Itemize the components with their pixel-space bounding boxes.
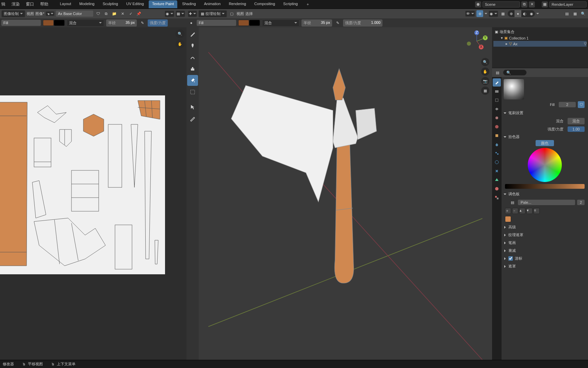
color-wheel[interactable] bbox=[528, 148, 562, 182]
tool-fill[interactable] bbox=[187, 75, 198, 86]
viewport-icon[interactable]: ▢ bbox=[228, 10, 235, 17]
palette-swatch-0[interactable] bbox=[505, 216, 511, 222]
tab-texture-paint[interactable]: Texture Paint bbox=[149, 0, 177, 8]
scene-name-input[interactable] bbox=[483, 1, 520, 7]
value-slider[interactable] bbox=[505, 184, 585, 189]
overlay-dropdown[interactable]: ◉ bbox=[489, 11, 498, 17]
ptab-material[interactable] bbox=[493, 185, 501, 193]
ptab-texture[interactable] bbox=[493, 194, 501, 202]
image-editor-mode[interactable]: 图像绘制 bbox=[1, 10, 25, 17]
mode-selector[interactable]: ✚ bbox=[188, 11, 197, 17]
pan-icon[interactable]: ✋ bbox=[176, 40, 184, 48]
mask-dropdown[interactable]: ◉ bbox=[165, 11, 174, 17]
blend-mode-left[interactable]: 混合 bbox=[67, 19, 104, 27]
pressure-radius-right-icon[interactable]: ✎ bbox=[334, 19, 341, 26]
outliner-display-icon[interactable]: ▦ bbox=[572, 10, 578, 17]
tool-soften[interactable] bbox=[187, 40, 198, 51]
ptab-tool[interactable] bbox=[493, 78, 501, 87]
secondary-color-swatch[interactable] bbox=[54, 20, 65, 26]
ptab-viewlayer[interactable] bbox=[493, 105, 501, 113]
render-layer-input[interactable] bbox=[549, 1, 587, 7]
open-image-icon[interactable]: 📁 bbox=[111, 10, 118, 17]
radius-field-left[interactable]: 半径35 px bbox=[106, 19, 137, 27]
primary-color-swatch[interactable] bbox=[43, 20, 54, 26]
interaction-mode[interactable]: ▦ 纹理绘制 bbox=[198, 10, 227, 17]
save-image-icon[interactable]: ✓ bbox=[127, 10, 134, 17]
tab-shading[interactable]: Shading bbox=[179, 0, 199, 8]
ptab-scene[interactable] bbox=[493, 114, 501, 122]
tab-modeling[interactable]: Modeling bbox=[76, 0, 98, 8]
menu-edit[interactable]: 辑 bbox=[1, 1, 5, 7]
cursor-checkbox[interactable] bbox=[508, 256, 513, 261]
rendered-shading[interactable]: ◉ bbox=[528, 10, 535, 17]
ptab-render[interactable] bbox=[493, 87, 501, 95]
navigation-gizmo[interactable]: Y X Z bbox=[465, 29, 489, 53]
ptab-mesh[interactable] bbox=[493, 176, 501, 184]
strength-field-right[interactable]: 强度/力度1.000 bbox=[343, 19, 382, 27]
blend-mode-right[interactable]: 混合 bbox=[262, 19, 299, 27]
ptab-particles[interactable] bbox=[493, 149, 501, 157]
menu-help[interactable]: 帮助 bbox=[40, 1, 48, 7]
material-shading[interactable]: ◐ bbox=[521, 10, 528, 17]
brush-name-left[interactable] bbox=[1, 20, 41, 26]
tool-clone[interactable] bbox=[187, 63, 198, 74]
uv-canvas[interactable] bbox=[0, 27, 186, 300]
add-workspace-button[interactable]: ＋ bbox=[303, 0, 313, 8]
tool-draw[interactable] bbox=[187, 29, 198, 40]
collection-label[interactable]: Collection 1 bbox=[509, 36, 528, 40]
brush-name-right[interactable] bbox=[197, 20, 236, 26]
fake-user-icon[interactable]: 🛡 bbox=[95, 10, 101, 17]
primary-color-right[interactable] bbox=[238, 20, 249, 26]
img-menu-image[interactable]: 图像* bbox=[35, 11, 44, 16]
palette-up[interactable]: ▴ bbox=[519, 208, 525, 214]
perspective-icon[interactable]: ▦ bbox=[481, 87, 489, 95]
blend-value[interactable]: 混合 bbox=[568, 118, 585, 124]
tab-layout[interactable]: Layout bbox=[56, 0, 75, 8]
color-button[interactable]: 颜色 bbox=[536, 140, 554, 146]
palette-icon[interactable]: ▤ bbox=[509, 199, 516, 206]
tab-sculpting[interactable]: Sculpting bbox=[99, 0, 121, 8]
solid-shading[interactable]: ● bbox=[514, 10, 521, 17]
outliner[interactable]: ▣场景集合 ▾ ▣ Collection 1 ▸ ▽ Ax▽ bbox=[492, 27, 588, 68]
scene-copy-icon[interactable]: ⧉ bbox=[521, 1, 527, 7]
image-slot-dropdown[interactable] bbox=[46, 11, 54, 16]
new-image-icon[interactable]: ⧉ bbox=[103, 10, 110, 17]
panel-advanced[interactable]: 高级 bbox=[503, 223, 587, 231]
ptab-object[interactable] bbox=[493, 132, 501, 140]
palette-name[interactable]: Pale... bbox=[518, 200, 575, 205]
panel-texture-mask[interactable]: 纹理遮罩 bbox=[503, 231, 587, 239]
pressure-radius-icon[interactable]: ✎ bbox=[139, 19, 146, 26]
ptab-modifier[interactable] bbox=[493, 140, 501, 149]
panel-falloff[interactable]: 衰减 bbox=[503, 247, 587, 255]
image-editor[interactable]: 🔍 ✋ bbox=[0, 27, 186, 360]
ptab-output[interactable] bbox=[493, 96, 501, 104]
view-menu[interactable]: 视图 bbox=[236, 11, 244, 16]
gizmo-toggle[interactable]: ⊕ bbox=[476, 10, 483, 17]
radius-field-right[interactable]: 半径35 px bbox=[301, 19, 332, 27]
secondary-color-right[interactable] bbox=[249, 20, 260, 26]
tab-compositing[interactable]: Compositing bbox=[251, 0, 278, 8]
select-menu[interactable]: 选择 bbox=[245, 11, 253, 16]
tab-scripting[interactable]: Scripting bbox=[280, 0, 301, 8]
tab-rendering[interactable]: Rendering bbox=[225, 0, 249, 8]
strength-value[interactable]: 1.00 bbox=[568, 126, 585, 132]
panel-stroke[interactable]: 笔画 bbox=[503, 239, 587, 247]
property-body[interactable]: Fill 2 🛡 笔刷设置 混合混合 强度/力度1.00 拾色器 颜色 调色板 … bbox=[502, 77, 588, 360]
panel-palette[interactable]: 调色板 bbox=[503, 190, 587, 198]
wireframe-shading[interactable]: ⊕ bbox=[508, 10, 514, 17]
image-name-input[interactable] bbox=[56, 11, 93, 17]
tool-select-box[interactable] bbox=[187, 102, 198, 112]
scene-icon[interactable] bbox=[475, 1, 481, 7]
palette-remove[interactable]: － bbox=[512, 208, 518, 214]
tab-uv-editing[interactable]: UV Editing bbox=[123, 0, 147, 8]
object-ax[interactable]: Ax bbox=[513, 42, 518, 46]
ptab-world[interactable] bbox=[493, 123, 501, 131]
palette-add[interactable]: ＋ bbox=[505, 208, 511, 214]
panel-brush-settings[interactable]: 笔刷设置 bbox=[503, 109, 587, 117]
outliner-filter-icon[interactable]: ▤ bbox=[564, 10, 570, 17]
scene-close-icon[interactable]: ✕ bbox=[529, 1, 535, 7]
zoom-icon[interactable]: 🔍 bbox=[176, 29, 184, 38]
img-menu-view[interactable]: 视图 bbox=[27, 11, 34, 16]
ptab-physics[interactable] bbox=[493, 158, 501, 166]
strength-field-left[interactable]: 强度/力度 bbox=[148, 19, 168, 27]
